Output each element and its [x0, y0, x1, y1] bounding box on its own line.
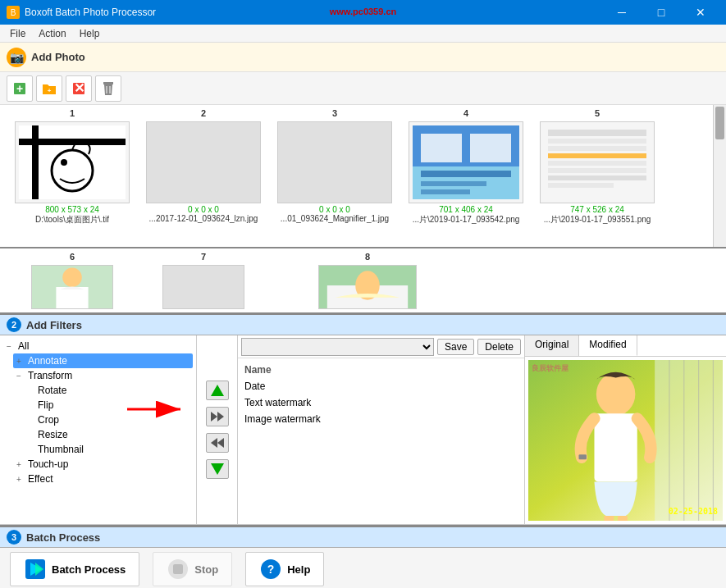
svg-text:+: +	[48, 87, 52, 94]
tree-item-transform[interactable]: − Transform	[13, 368, 193, 383]
batch-process-label: Batch Process	[52, 563, 126, 576]
photo-item-5[interactable]: 5 747 x 526 x 24 ...片\2019-01-17_093551.…	[532, 108, 663, 244]
help-label: Help	[287, 563, 310, 576]
svg-marker-41	[211, 438, 217, 448]
tree-item-touchup[interactable]: + Touch-up	[13, 457, 193, 472]
photo-item-6[interactable]: 6	[7, 252, 138, 309]
tree-label-transform: Transform	[28, 370, 72, 381]
tree-item-annotate[interactable]: + Annotate	[13, 353, 193, 368]
tree-panel: − All + Annotate − Transform Rotate Flip	[0, 335, 197, 524]
svg-rect-23	[548, 146, 646, 151]
props-delete-btn[interactable]: Delete	[477, 339, 521, 355]
preview-site-watermark: 良辰软件屋	[532, 363, 568, 374]
props-save-btn[interactable]: Save	[437, 339, 474, 355]
photo-num-4: 4	[463, 108, 468, 118]
tree-item-effect[interactable]: + Effect	[13, 472, 193, 486]
svg-rect-26	[548, 168, 646, 173]
photo-info-2: 0 x 0 x 0	[188, 205, 219, 214]
add-photo-label: Add Photo	[31, 51, 85, 63]
svg-point-12	[61, 159, 67, 166]
photo-info-4: 701 x 406 x 24	[439, 205, 493, 214]
photo-thumb-4[interactable]	[409, 121, 523, 203]
close-button[interactable]: ✕	[682, 0, 719, 25]
app-title: Boxoft Batch Photo Processor	[25, 7, 156, 18]
tree-label-flip: Flip	[38, 399, 53, 411]
photo-num-5: 5	[595, 108, 600, 118]
add-filters-num: 2	[7, 317, 21, 332]
photo-item-4[interactable]: 4 701 x 406 x 24 ...片\2019-01-17_093542.…	[400, 108, 532, 244]
photo-thumb-5[interactable]	[540, 121, 655, 203]
photo-item-1[interactable]: 1 800 x 573 x 24 D:\tools\桌面图片\.tif	[7, 108, 138, 244]
photo-num-3: 3	[332, 108, 337, 118]
photo-item-2[interactable]: 2 0 x 0 x 0 ...2017-12-01_093624_lzn.jpg	[138, 108, 269, 244]
stop-button[interactable]: Stop	[153, 552, 232, 586]
batch-body: Batch Process Stop ? Help	[0, 548, 726, 588]
minimize-button[interactable]: ─	[603, 0, 641, 25]
menu-help[interactable]: Help	[73, 26, 107, 41]
menu-action[interactable]: Action	[32, 26, 72, 41]
filters-body: − All + Annotate − Transform Rotate Flip	[0, 335, 726, 524]
photo-thumb-3[interactable]	[277, 121, 392, 203]
add-filters-title: Add Filters	[26, 319, 82, 331]
tree-label-annotate: Annotate	[28, 355, 67, 367]
toolbar-clear-btn[interactable]	[95, 75, 121, 102]
tree-expand-all: −	[7, 342, 16, 351]
svg-rect-19	[421, 189, 470, 194]
svg-rect-44	[655, 360, 723, 521]
menu-file[interactable]: File	[3, 26, 32, 41]
tree-item-rotate[interactable]: Rotate	[23, 383, 193, 398]
photo-thumb-6[interactable]	[31, 265, 113, 309]
tab-modified[interactable]: Modified	[579, 335, 637, 356]
tree-item-resize[interactable]: Resize	[23, 427, 193, 442]
help-button[interactable]: ? Help	[245, 552, 324, 586]
nav-forward-btn[interactable]	[206, 407, 229, 426]
tree-expand-effect: +	[16, 475, 26, 484]
photo-item-3[interactable]: 3 0 x 0 x 0 ...01_093624_Magnifier_1.jpg	[269, 108, 400, 244]
photo-thumb-7[interactable]	[162, 265, 244, 309]
batch-process-header: 3 Batch Process	[0, 526, 726, 548]
svg-rect-16	[470, 134, 511, 162]
tab-original[interactable]: Original	[525, 335, 579, 356]
photo-thumb-2[interactable]	[146, 121, 261, 203]
props-list: Name Date Text watermark Image watermark	[238, 358, 524, 524]
tree-item-all[interactable]: − All	[3, 339, 193, 353]
photo-thumb-8[interactable]	[318, 265, 417, 309]
photo-info-3: 0 x 0 x 0	[319, 205, 350, 214]
photo-info-5: 747 x 526 x 24	[570, 205, 624, 214]
props-panel: Save Delete Name Date Text watermark Ima…	[238, 335, 525, 524]
tree-item-crop[interactable]: Crop	[23, 413, 193, 427]
tree-label-all: All	[18, 340, 29, 352]
photo-num-2: 2	[201, 108, 206, 118]
svg-rect-22	[548, 139, 646, 144]
svg-rect-47	[604, 516, 614, 521]
svg-text:?: ?	[267, 563, 275, 576]
photo-num-1: 1	[70, 108, 75, 118]
props-list-image-watermark[interactable]: Image watermark	[241, 411, 521, 427]
nav-up-btn[interactable]	[206, 381, 229, 400]
nav-back-btn[interactable]	[206, 433, 229, 453]
maximize-button[interactable]: □	[642, 0, 680, 25]
props-list-text-watermark[interactable]: Text watermark	[241, 394, 521, 411]
photo-thumb-1[interactable]	[15, 121, 130, 203]
toolbar-remove-btn[interactable]: ✕	[66, 75, 92, 102]
tree-expand-transform: −	[16, 371, 26, 381]
svg-text:✕: ✕	[74, 81, 84, 95]
scroll-bar[interactable]	[713, 105, 726, 247]
svg-rect-27	[548, 175, 646, 180]
nav-down-btn[interactable]	[206, 459, 229, 479]
props-dropdown[interactable]	[241, 338, 434, 356]
svg-rect-17	[421, 171, 511, 177]
batch-process-button[interactable]: Batch Process	[10, 552, 139, 586]
photo-info-1: 800 x 573 x 24	[45, 205, 99, 214]
photo-item-8[interactable]: 8	[302, 252, 433, 309]
props-toolbar: Save Delete	[238, 335, 524, 358]
photo-path-3: ...01_093624_Magnifier_1.jpg	[281, 214, 389, 223]
photo-item-7[interactable]: 7	[138, 252, 269, 309]
tree-item-flip[interactable]: Flip	[23, 398, 193, 413]
tree-item-thumbnail[interactable]: Thumbnail	[23, 442, 193, 457]
toolbar-add-btn[interactable]: +	[7, 75, 33, 102]
photo-strip: 1 800 x 573 x 24 D:\tools\桌面图片\.tif 2 0	[0, 105, 726, 248]
props-list-date[interactable]: Date	[241, 378, 521, 394]
photo-num-8: 8	[365, 252, 370, 262]
toolbar-add-folder-btn[interactable]: +	[36, 75, 62, 102]
